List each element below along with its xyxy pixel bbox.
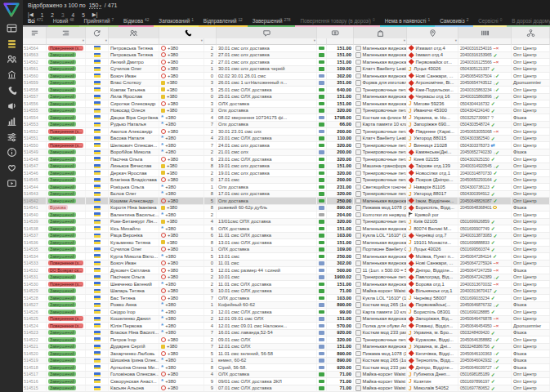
tab-7[interactable]: Повернення товару (в дорозі)0 [295, 17, 379, 27]
order-row[interactable]: 514516ЗавершенийСкворунская Анаст...*+38… [23, 378, 550, 385]
order-row[interactable]: 514545ЗавершенийБлагінна Владіслава+3800… [23, 177, 550, 185]
column-filter-6[interactable]: ▾ [217, 38, 317, 45]
info-icon[interactable] [7, 146, 17, 157]
order-row[interactable]: 514524Повернення (з...Юлія Первова*+3804… [23, 323, 550, 330]
order-row[interactable]: 514563ЗавершенийПетровська Тетяна+380227… [23, 52, 550, 60]
order-row[interactable]: 514529ЗавершенийШапарь Тетяна+380910.01 … [23, 288, 550, 296]
order-row[interactable]: 514535ЗавершенийСучилов Олег+3801ОЛХ дос… [23, 247, 550, 254]
order-row[interactable]: 514515ЗавершенийКасьян Альона+380907.01 … [23, 385, 550, 392]
order-row[interactable]: 514553ЗавершенийРудько Наталья*+3807Олх … [23, 122, 550, 129]
column-filter-11[interactable] [458, 38, 512, 45]
order-row[interactable]: 514522ЗавершенийПетров Ігор+380209.01 см… [23, 336, 550, 344]
order-row[interactable]: 514562ЗавершенийЛегкий Дмитро+380227.01 … [23, 59, 550, 66]
announcements-icon[interactable] [7, 100, 17, 110]
order-number-icon[interactable] [23, 27, 47, 38]
order-row[interactable]: 514564Повернення (з...Петровська Тетяна+… [23, 45, 550, 52]
tab-2[interactable]: Прийнятий7 [79, 17, 119, 27]
ttn-icon[interactable] [458, 27, 512, 38]
order-row[interactable]: 514531ЗавершенийПасічник Ольга+380210.01… [23, 274, 550, 282]
order-row[interactable]: 514528ЗавершенийБас Тетяна+3807ОЛХ доста… [23, 295, 550, 302]
stats-icon[interactable] [7, 115, 17, 126]
products-icon[interactable] [354, 27, 407, 38]
app-logo-icon[interactable] [2, 2, 20, 17]
order-row[interactable]: 514552Повернення (з...Авилов Александр+3… [23, 128, 550, 136]
column-filter-3[interactable] [109, 38, 159, 45]
order-row[interactable]: 514518ЗавершенийАртюхіна Олена Ми...*+38… [23, 364, 550, 372]
order-row[interactable]: 514542ЗавершенийКошмак Александр+3805Олх… [23, 198, 550, 205]
tab-4[interactable]: Запакований1 [154, 17, 199, 27]
column-filter-9[interactable]: ▾ [354, 38, 407, 45]
tab-3[interactable]: Відмова42 [118, 17, 154, 27]
comment-icon[interactable] [217, 27, 317, 38]
order-row[interactable]: 514526ЗавершенийСвідро Ігор*+380312.01 с… [23, 309, 550, 316]
tab-0[interactable]: Всі471 [23, 17, 48, 27]
calls-icon[interactable] [7, 84, 17, 95]
tab-9[interactable]: Самовивіз2 [435, 17, 473, 27]
order-row[interactable]: 514519ЗавершенийШишкіна Ірина Олек...*+3… [23, 358, 550, 365]
tab-6[interactable]: Завершений278 [248, 17, 296, 27]
order-row[interactable]: 514559ЗавершенийВлас Слоткоу+380326.01 с… [23, 80, 550, 87]
order-row[interactable]: 514540ЗавершенийВалентина Васильє...*+38… [23, 212, 550, 219]
source-refresh-icon[interactable] [86, 27, 109, 38]
order-row[interactable]: 514534ЗавершенийКурта Микола Вікто...*+3… [23, 253, 550, 261]
order-row[interactable]: 514550Повернення (з...Шелкович Олексан..… [23, 142, 550, 149]
settings-icon[interactable] [7, 131, 17, 141]
payment-icon[interactable] [317, 27, 354, 38]
orders-icon[interactable] [7, 38, 17, 48]
order-row[interactable]: 514554ЗавершенийДацюк Віра Сергіївна*+38… [23, 114, 550, 122]
tab-5[interactable]: Відправлений12 [199, 17, 248, 27]
column-filter-12[interactable] [512, 38, 550, 45]
order-row[interactable]: 514527ЗавершенийРожко Анна*+3801Кофейный… [23, 302, 550, 310]
order-row[interactable]: 514548ЗавершенийПасічна Ольга+380623.01 … [23, 156, 550, 163]
order-row[interactable]: 514543ЗавершенийБєлов Олег*+380817.01 см… [23, 191, 550, 198]
order-row[interactable]: 514532DO Возврат ск...Дукович Світлана+3… [23, 267, 550, 274]
order-row[interactable]: 514539ЗавершенийРоке-Бетанкурт Лін...+38… [23, 219, 550, 226]
tab-8[interactable]: Нема в наявності1 [380, 17, 436, 27]
video-icon[interactable] [7, 177, 17, 188]
column-filter-1[interactable]: ▾ [47, 38, 86, 45]
column-filter-5[interactable] [204, 38, 217, 45]
status-list-icon[interactable] [47, 27, 86, 38]
column-filter-0[interactable] [23, 38, 47, 45]
dashboard-icon[interactable] [7, 22, 17, 33]
order-row[interactable]: 514557ЗавершенийЛила Ярослав+380025.01 с… [23, 94, 550, 101]
channel-icon[interactable] [512, 27, 550, 38]
phone-icon[interactable] [159, 27, 217, 38]
support-icon[interactable] [7, 162, 17, 172]
order-row[interactable]: 514547ЗавершенийЛиньков Вячеслав+380819.… [23, 163, 550, 171]
column-filter-2[interactable]: ▾ [86, 38, 109, 45]
order-row[interactable]: 514538ЗавершенийКісь Михайло*+3806ОЛХ до… [23, 225, 550, 233]
column-filter-8[interactable] [327, 38, 354, 45]
companies-icon[interactable] [7, 69, 17, 79]
address-icon[interactable] [407, 27, 458, 38]
per-page-select[interactable]: 150▾ [89, 2, 101, 9]
column-filter-4[interactable]: ▾ [159, 38, 204, 45]
order-row[interactable]: 514556ЗавершенийСиротюк Олександр+3803ОЛ… [23, 100, 550, 108]
tab-11[interactable]: В дорозі додому0 [507, 17, 550, 27]
order-row[interactable]: 514530Повернення (з...Шевченко Евгений*+… [23, 281, 550, 288]
order-row[interactable]: 514560ЗавершенийБокоч Иван+380002.02 30.… [23, 73, 550, 80]
order-row[interactable]: 514561ЗавершенийСучилов Олег+380130.01 с… [23, 66, 550, 74]
order-row[interactable]: 514536ЗавершенийКузьменко Тетяна+380813.… [23, 239, 550, 247]
contacts-icon[interactable] [7, 53, 17, 64]
nova-poshta-icon [409, 149, 414, 154]
order-row[interactable]: 514520ЗавершенийЗахарченко Любовь+380511… [23, 350, 550, 358]
column-filter-10[interactable]: ▾ [407, 38, 458, 45]
order-row[interactable]: 514541ВідмоваКоротя Ніна Іванівна+3808ро… [23, 205, 550, 212]
order-row[interactable]: 514544ЗавершенийРокіцька Ольга*+3801Олх … [23, 184, 550, 191]
order-row[interactable]: 514551ЗавершенийБасова Наталя*+380423.01… [23, 136, 550, 143]
client-icon[interactable] [109, 27, 159, 38]
order-row[interactable]: 514546ЗавершенийДеркач Ярослав+380219.01… [23, 170, 550, 177]
order-row[interactable]: 514555ЗавершенийНовосад Олеся+3803Олх до… [23, 108, 550, 115]
tab-10[interactable]: Сервісні0 [473, 17, 507, 27]
order-row[interactable]: 514523ЗавершенийВласюк Ніна Василі...*+3… [23, 330, 550, 337]
order-row[interactable]: 514537ЗавершенийРаца Вероніка+380611.01 … [23, 233, 550, 240]
order-row[interactable]: 514533Повернення (з...Бокоч Иван+380011.… [23, 261, 550, 268]
order-row[interactable]: 514558ЗавершенийКовпак Татьяна+380525.01… [23, 87, 550, 94]
order-row[interactable]: 514521ЗавершенийДударев Сергій+380712.01… [23, 344, 550, 351]
column-filter-7[interactable] [317, 38, 327, 45]
order-row[interactable]: 514549ЗавершенийВоробйов Микола*+380221.… [23, 149, 550, 157]
order-row[interactable]: 514525Повернення (з...Кошеленко Данил*+3… [23, 316, 550, 323]
tab-1[interactable]: Новий48 [48, 17, 79, 27]
order-row[interactable]: 514517ЗавершенийГоловінова Олексан...+38… [23, 372, 550, 379]
